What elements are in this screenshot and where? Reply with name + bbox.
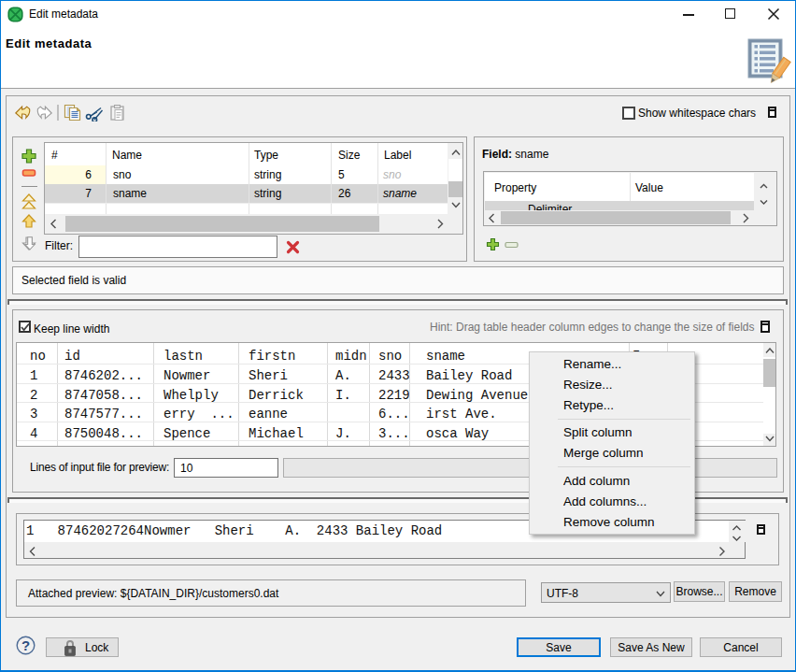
svg-text:?: ?: [21, 637, 30, 653]
